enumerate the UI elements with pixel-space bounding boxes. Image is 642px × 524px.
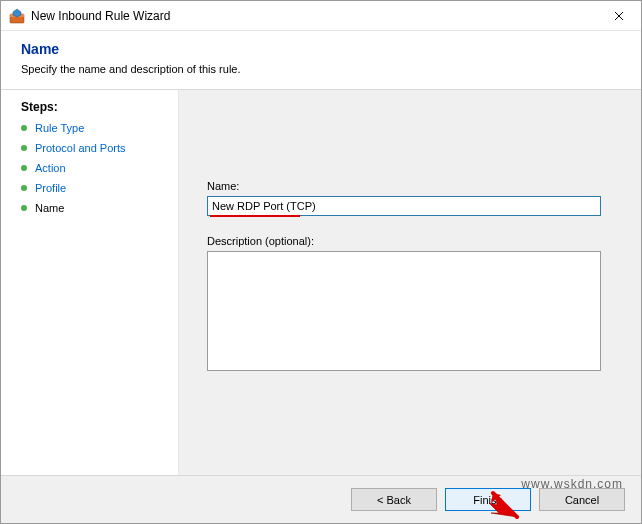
window-title: New Inbound Rule Wizard: [31, 9, 596, 23]
wizard-header: Name Specify the name and description of…: [1, 31, 641, 90]
description-input[interactable]: [207, 251, 601, 371]
finish-button[interactable]: Finish: [445, 488, 531, 511]
step-name[interactable]: Name: [21, 202, 164, 214]
step-bullet-icon: [21, 165, 27, 171]
step-bullet-icon: [21, 185, 27, 191]
steps-heading: Steps:: [21, 100, 164, 114]
step-label: Protocol and Ports: [35, 142, 126, 154]
step-bullet-icon: [21, 145, 27, 151]
step-label: Profile: [35, 182, 66, 194]
step-bullet-icon: [21, 125, 27, 131]
close-icon: [614, 11, 624, 21]
step-label: Rule Type: [35, 122, 84, 134]
titlebar: New Inbound Rule Wizard: [1, 1, 641, 31]
page-title: Name: [21, 41, 621, 57]
name-input[interactable]: [207, 196, 601, 216]
description-label: Description (optional):: [207, 235, 601, 247]
page-subtitle: Specify the name and description of this…: [21, 63, 621, 75]
close-button[interactable]: [596, 1, 641, 31]
step-action[interactable]: Action: [21, 162, 164, 174]
firewall-icon: [9, 8, 25, 24]
step-label: Action: [35, 162, 66, 174]
back-button[interactable]: < Back: [351, 488, 437, 511]
step-bullet-icon: [21, 205, 27, 211]
step-profile[interactable]: Profile: [21, 182, 164, 194]
name-label: Name:: [207, 180, 601, 192]
wizard-body: Steps: Rule Type Protocol and Ports Acti…: [1, 90, 641, 475]
main-panel: Name: Description (optional):: [179, 90, 641, 475]
step-label: Name: [35, 202, 64, 214]
cancel-button[interactable]: Cancel: [539, 488, 625, 511]
step-rule-type[interactable]: Rule Type: [21, 122, 164, 134]
wizard-footer: www.wskdn.com < Back Finish Cancel: [1, 475, 641, 523]
spellcheck-underline: [210, 215, 300, 217]
steps-sidebar: Steps: Rule Type Protocol and Ports Acti…: [1, 90, 179, 475]
step-protocol-and-ports[interactable]: Protocol and Ports: [21, 142, 164, 154]
